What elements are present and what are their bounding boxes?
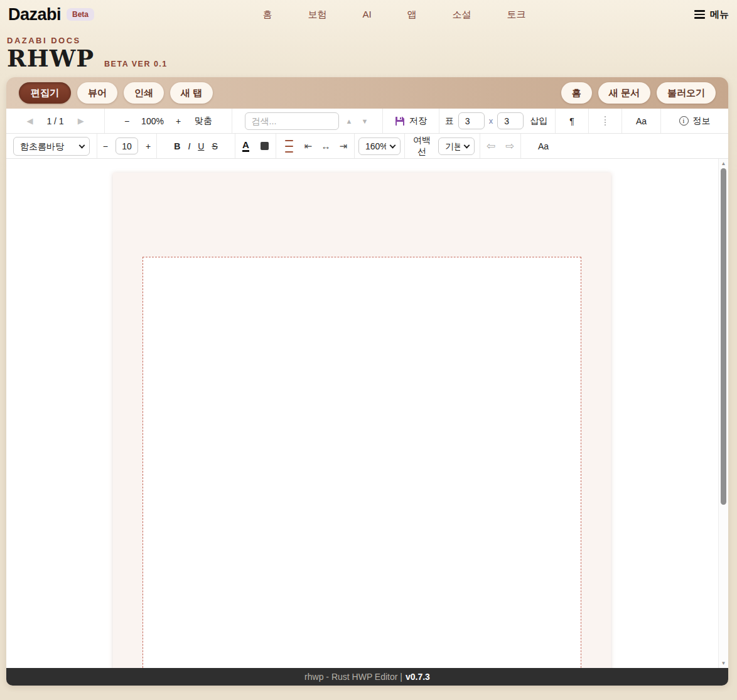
info-icon: i xyxy=(679,116,689,126)
justify-icon xyxy=(285,140,293,141)
nav-item-talk[interactable]: 토크 xyxy=(507,9,526,21)
title-row: RHWP BETA VER 0.1 xyxy=(7,45,737,72)
font-family-select[interactable]: 함초롬바탕 xyxy=(13,137,90,156)
next-page-icon: ▶ xyxy=(78,116,84,126)
open-document-button[interactable]: 불러오기 xyxy=(657,82,716,104)
table-rows-input[interactable] xyxy=(458,112,485,129)
margin-line-toggle[interactable]: 여백선 xyxy=(410,137,434,155)
case-button[interactable]: Aa xyxy=(536,141,551,151)
dazabi-logo[interactable]: Dazabi xyxy=(8,5,61,24)
toolbar-group-history: ⇦ ⇨ xyxy=(480,134,521,158)
margin-guide[interactable] xyxy=(143,257,581,668)
style-preset-select[interactable]: 기본 xyxy=(438,137,475,155)
indent-left-button[interactable]: ⇤ xyxy=(303,141,315,152)
new-document-button[interactable]: 새 문서 xyxy=(598,82,650,104)
width-fit-button[interactable]: ↔ xyxy=(319,141,332,151)
lineheight-select-wrap: 160% xyxy=(358,137,401,155)
font-select-wrap: 함초롬바탕 xyxy=(13,137,90,156)
page-indicator: 1 / 1 xyxy=(46,116,63,126)
toolbar-group-aa: Aa xyxy=(622,109,661,133)
search-up-icon: ▲ xyxy=(346,117,353,125)
toolbar-group-save: 저장 xyxy=(383,109,439,133)
strikethrough-button[interactable]: S xyxy=(210,141,219,151)
toolbar-group-pilcrow: ¶ xyxy=(556,109,589,133)
prev-page-icon: ◀ xyxy=(26,116,33,126)
table-x-label: x xyxy=(489,116,493,126)
zoom-in-button[interactable]: + xyxy=(174,116,183,126)
font-size-minus-button[interactable]: − xyxy=(101,141,110,151)
redo-icon: ⇨ xyxy=(505,139,514,153)
guide-lines-button[interactable] xyxy=(603,116,608,126)
nav-item-home[interactable]: 홈 xyxy=(262,9,272,21)
search-input[interactable] xyxy=(245,112,339,130)
toolbar-group-zoom: − 100% + 맞춤 xyxy=(105,109,232,133)
tab-editor[interactable]: 편집기 xyxy=(19,82,71,104)
info-button[interactable]: i 정보 xyxy=(677,116,713,127)
scroll-up-icon[interactable]: ▲ xyxy=(719,161,728,166)
search-prev-button[interactable]: ▲ xyxy=(344,117,355,125)
beta-badge: Beta xyxy=(67,8,94,21)
next-page-button[interactable]: ▶ xyxy=(76,116,86,126)
line-height-select[interactable]: 160% xyxy=(358,137,401,155)
zoom-out-button[interactable]: − xyxy=(122,116,131,126)
toolbar-group-aa2: Aa xyxy=(521,134,728,158)
nav-item-novel[interactable]: 소설 xyxy=(453,9,471,21)
highlight-color-button[interactable] xyxy=(259,142,271,150)
app-root: Dazabi Beta 홈 보험 AI 앱 소설 토크 메뉴 DAZABI DO… xyxy=(0,0,737,700)
editor-workspace: ▲ ▼ xyxy=(6,159,728,668)
save-button[interactable]: 저장 xyxy=(393,116,429,127)
nav-item-insurance[interactable]: 보험 xyxy=(308,9,326,21)
bold-button[interactable]: B xyxy=(172,141,182,151)
tab-print[interactable]: 인쇄 xyxy=(124,82,164,104)
nav-item-ai[interactable]: AI xyxy=(362,9,371,21)
toolbar-group-table: 표 x 삽입 xyxy=(439,109,556,133)
info-label: 정보 xyxy=(693,116,711,127)
toolbar-group-margin: 여백선 기본 xyxy=(405,134,480,158)
indent-right-icon: ⇥ xyxy=(339,141,347,152)
toolbar-group-pager: ◀ 1 / 1 ▶ xyxy=(6,109,105,133)
toolbar-group-style: B I U S xyxy=(157,134,235,158)
font-color-icon: A xyxy=(242,140,249,153)
scrollbar[interactable]: ▲ ▼ xyxy=(718,159,728,668)
menu-button[interactable]: 메뉴 xyxy=(694,8,729,21)
toolbar-group-color: A xyxy=(235,134,276,158)
toolbar-group-guides xyxy=(589,109,622,133)
undo-button[interactable]: ⇦ xyxy=(485,139,497,153)
top-navbar: Dazabi Beta 홈 보험 AI 앱 소설 토크 메뉴 xyxy=(0,0,737,29)
font-size-plus-button[interactable]: + xyxy=(144,141,153,151)
search-down-icon: ▼ xyxy=(362,117,368,125)
scrollbar-thumb[interactable] xyxy=(721,168,726,505)
undo-icon: ⇦ xyxy=(487,139,495,153)
format-toolbar: 함초롬바탕 − + B I U S A ⇤ ↔ xyxy=(6,134,728,159)
table-label: 표 xyxy=(445,116,454,127)
tab-new-tab[interactable]: 새 탭 xyxy=(170,82,213,104)
table-cols-input[interactable] xyxy=(497,112,524,129)
search-next-button[interactable]: ▼ xyxy=(360,117,370,125)
hamburger-icon xyxy=(694,8,705,21)
document-page[interactable] xyxy=(113,173,611,668)
status-version: v0.7.3 xyxy=(406,672,430,682)
editor-card: 편집기 뷰어 인쇄 새 탭 홈 새 문서 불러오기 ◀ 1 / 1 ▶ − 10… xyxy=(6,77,728,686)
insert-table-button[interactable]: 삽입 xyxy=(528,116,549,127)
italic-button[interactable]: I xyxy=(186,141,192,151)
fit-button[interactable]: 맞춤 xyxy=(193,116,214,127)
font-size-input[interactable] xyxy=(116,137,138,154)
status-bar: rhwp - Rust HWP Editor | v0.7.3 xyxy=(6,668,728,686)
main-toolbar: ◀ 1 / 1 ▶ − 100% + 맞춤 ▲ ▼ 저장 xyxy=(6,109,728,134)
underline-button[interactable]: U xyxy=(196,141,206,151)
nav-item-app[interactable]: 앱 xyxy=(407,9,417,21)
home-button[interactable]: 홈 xyxy=(561,82,592,104)
prev-page-button[interactable]: ◀ xyxy=(24,116,35,126)
tab-viewer[interactable]: 뷰어 xyxy=(77,82,117,104)
justify-button[interactable] xyxy=(281,137,298,156)
indent-right-button[interactable]: ⇥ xyxy=(337,141,349,152)
redo-button[interactable]: ⇨ xyxy=(503,139,516,153)
tab-bar: 편집기 뷰어 인쇄 새 탭 홈 새 문서 불러오기 xyxy=(6,77,728,109)
scroll-down-icon[interactable]: ▼ xyxy=(719,660,728,666)
toolbar-group-align: ⇤ ↔ ⇥ xyxy=(276,134,355,158)
font-color-button[interactable]: A xyxy=(240,140,251,153)
text-style-button[interactable]: Aa xyxy=(634,116,648,126)
pilcrow-button[interactable]: ¶ xyxy=(568,116,576,126)
toolbar-group-search: ▲ ▼ xyxy=(232,109,383,133)
main-nav: 홈 보험 AI 앱 소설 토크 xyxy=(94,9,694,21)
